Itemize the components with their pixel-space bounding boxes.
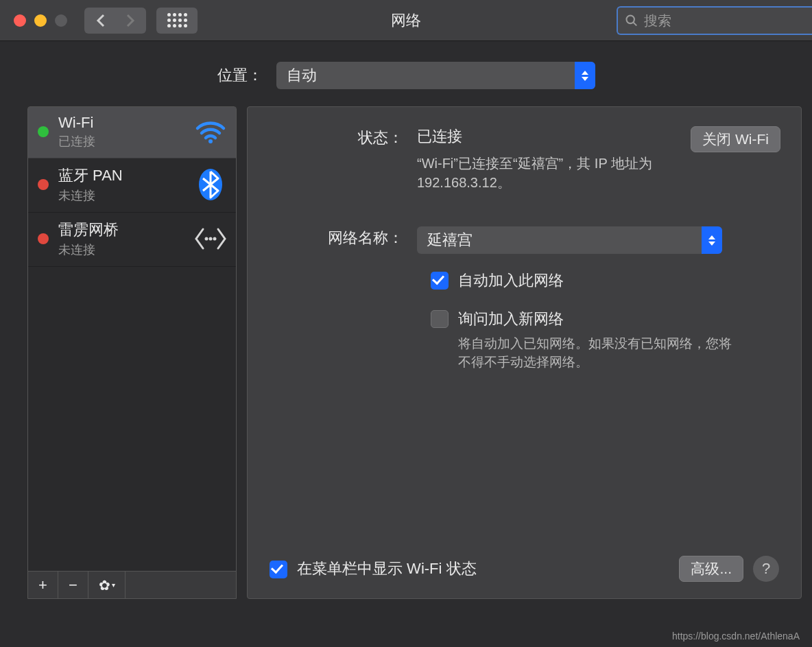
svg-point-5 [209, 237, 213, 241]
wifi-icon [193, 119, 228, 144]
maximize-window-button[interactable] [55, 14, 67, 27]
add-interface-button[interactable]: + [28, 572, 58, 598]
status-description: “Wi-Fi”已连接至“延禧宫”，其 IP 地址为 192.168.3.12。 [417, 154, 691, 192]
thunderbolt-bridge-icon [193, 226, 228, 251]
chevron-updown-icon [575, 62, 595, 89]
traffic-lights [14, 14, 67, 27]
minimize-window-button[interactable] [34, 14, 47, 27]
search-field-wrap[interactable] [617, 6, 812, 35]
interface-sidebar: Wi-Fi 已连接 蓝牙 PAN 未连接 [27, 106, 237, 599]
advanced-button[interactable]: 高级... [679, 556, 743, 582]
network-name-value: 延禧宫 [427, 230, 473, 250]
auto-join-checkbox[interactable] [431, 272, 449, 290]
network-name-select[interactable]: 延禧宫 [417, 226, 722, 254]
ask-join-label: 询问加入新网络 [458, 309, 739, 329]
svg-point-6 [213, 237, 217, 241]
sidebar-item-thunderbolt-bridge[interactable]: 雷雳网桥 未连接 [28, 213, 236, 267]
svg-point-2 [208, 139, 213, 143]
status-dot-icon [38, 179, 49, 190]
remove-interface-button[interactable]: − [58, 572, 88, 598]
search-input[interactable] [644, 13, 805, 29]
interface-action-menu[interactable]: ✿▾ [88, 572, 126, 598]
sidebar-item-status: 未连接 [58, 187, 193, 204]
detail-panel: 关闭 Wi-Fi 状态： 已连接 “Wi-Fi”已连接至“延禧宫”，其 IP 地… [247, 106, 802, 599]
sidebar-item-label: Wi-Fi [58, 114, 193, 132]
network-name-label: 网络名称： [270, 226, 417, 254]
sidebar-item-status: 已连接 [58, 133, 193, 150]
nav-back-button[interactable] [84, 8, 115, 34]
status-dot-icon [38, 126, 49, 137]
status-label: 状态： [270, 126, 417, 192]
chevron-updown-icon [702, 226, 722, 254]
ask-join-checkbox[interactable] [431, 310, 449, 328]
location-select[interactable]: 自动 [276, 62, 595, 89]
watermark-text: https://blog.csdn.net/AthlenaA [672, 631, 800, 642]
auto-join-label: 自动加入此网络 [458, 270, 564, 291]
auto-join-row: 自动加入此网络 [431, 270, 779, 291]
grid-icon [167, 13, 187, 27]
panel-bottom-row: 在菜单栏中显示 Wi-Fi 状态 高级... ? [270, 556, 779, 582]
nav-buttons [84, 8, 146, 34]
sidebar-footer-spacer [126, 572, 236, 598]
menubar-wifi-label: 在菜单栏中显示 Wi-Fi 状态 [297, 558, 477, 579]
location-value: 自动 [287, 65, 317, 86]
sidebar-item-wifi[interactable]: Wi-Fi 已连接 [28, 107, 236, 158]
location-row: 位置： 自动 [0, 41, 812, 106]
nav-forward-button[interactable] [115, 8, 146, 34]
turn-wifi-off-button[interactable]: 关闭 Wi-Fi [691, 126, 780, 152]
bluetooth-icon [193, 167, 228, 202]
location-label: 位置： [217, 65, 263, 86]
sidebar-item-label: 雷雳网桥 [58, 220, 193, 240]
sidebar-item-label: 蓝牙 PAN [58, 165, 193, 186]
svg-line-1 [633, 22, 636, 25]
sidebar-footer: + − ✿▾ [28, 571, 236, 598]
network-name-row: 网络名称： 延禧宫 [270, 226, 779, 254]
help-button[interactable]: ? [753, 556, 779, 582]
titlebar: 网络 [0, 0, 812, 41]
ask-join-description: 将自动加入已知网络。如果没有已知网络，您将不得不手动选择网络。 [458, 335, 739, 371]
status-dot-icon [38, 233, 49, 244]
window-title: 网络 [391, 10, 421, 31]
search-icon [625, 13, 638, 28]
show-all-prefs-button[interactable] [156, 8, 198, 34]
main-area: Wi-Fi 已连接 蓝牙 PAN 未连接 [0, 106, 812, 599]
ask-join-row: 询问加入新网络 将自动加入已知网络。如果没有已知网络，您将不得不手动选择网络。 [431, 309, 779, 371]
interface-list: Wi-Fi 已连接 蓝牙 PAN 未连接 [28, 107, 236, 571]
close-window-button[interactable] [14, 14, 26, 27]
sidebar-item-status: 未连接 [58, 242, 193, 258]
menubar-wifi-checkbox[interactable] [270, 561, 287, 578]
sidebar-item-bluetooth-pan[interactable]: 蓝牙 PAN 未连接 [28, 158, 236, 213]
svg-point-4 [205, 237, 208, 241]
svg-point-0 [626, 16, 634, 23]
